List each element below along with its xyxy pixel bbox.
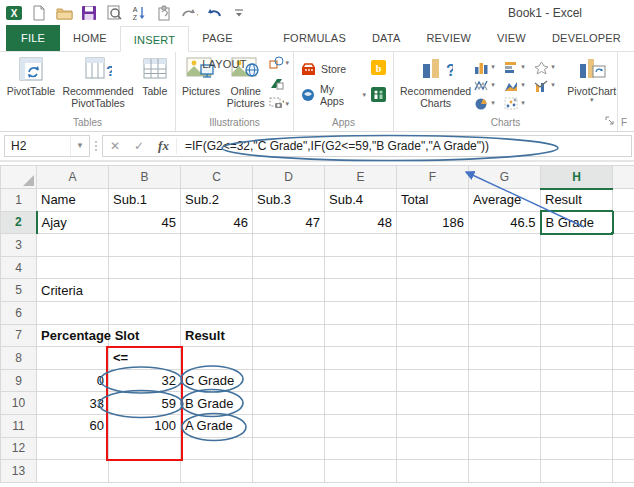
row-header-13[interactable]: 13	[1, 460, 37, 483]
cell-E6[interactable]	[325, 301, 397, 324]
cell-C8[interactable]	[181, 347, 253, 370]
cell-E12[interactable]	[325, 437, 397, 460]
cell-G7[interactable]	[469, 324, 541, 347]
cell-partial-13[interactable]	[613, 460, 634, 483]
row-header-9[interactable]: 9	[1, 369, 37, 392]
cell-A9[interactable]: 0	[37, 369, 109, 392]
cell-partial-6[interactable]	[613, 301, 634, 324]
cell-H10[interactable]	[541, 392, 613, 415]
cell-partial-8[interactable]	[613, 347, 634, 370]
cell-F10[interactable]	[397, 392, 469, 415]
cell-F5[interactable]	[397, 279, 469, 302]
smartart-button[interactable]	[269, 77, 289, 90]
cell-A13[interactable]	[37, 460, 109, 483]
column-header-C[interactable]: C	[181, 166, 253, 189]
cell-F11[interactable]	[397, 414, 469, 437]
cell-H13[interactable]	[541, 460, 613, 483]
cell-H11[interactable]	[541, 414, 613, 437]
cell-A3[interactable]	[37, 234, 109, 257]
row-header-2[interactable]: 2	[1, 211, 37, 234]
row-header-11[interactable]: 11	[1, 414, 37, 437]
tab-developer[interactable]: DEVELOPER	[539, 25, 634, 51]
cell-C11[interactable]: A Grade	[181, 414, 253, 437]
store-button[interactable]: Store	[301, 62, 346, 76]
pivotchart-button[interactable]: PivotChart ▾	[564, 54, 619, 116]
pivotchart-dropdown[interactable]: ▾	[590, 97, 594, 103]
cell-H7[interactable]	[541, 324, 613, 347]
cell-B11[interactable]: 100	[109, 414, 181, 437]
cell-G3[interactable]	[469, 234, 541, 257]
row-header-10[interactable]: 10	[1, 392, 37, 415]
cell-H2[interactable]: B Grade	[541, 211, 613, 234]
cell-D8[interactable]	[253, 347, 325, 370]
cell-C13[interactable]	[181, 460, 253, 483]
tab-home[interactable]: HOME	[60, 25, 120, 51]
open-folder-icon[interactable]	[55, 4, 73, 22]
cell-E7[interactable]	[325, 324, 397, 347]
cell-D2[interactable]: 47	[253, 211, 325, 234]
cell-D12[interactable]	[253, 437, 325, 460]
cell-D11[interactable]	[253, 414, 325, 437]
cell-D9[interactable]	[253, 369, 325, 392]
cell-H4[interactable]	[541, 256, 613, 279]
cell-B10[interactable]: 59	[109, 392, 181, 415]
cell-F3[interactable]	[397, 234, 469, 257]
cell-D6[interactable]	[253, 301, 325, 324]
column-header-E[interactable]: E	[325, 166, 397, 189]
row-header-1[interactable]: 1	[1, 189, 37, 212]
screenshot-button[interactable]: +▾	[269, 97, 289, 110]
select-all-corner[interactable]	[1, 166, 37, 189]
cell-B8[interactable]: <=	[109, 347, 181, 370]
cell-H5[interactable]	[541, 279, 613, 302]
cell-F13[interactable]	[397, 460, 469, 483]
cell-G10[interactable]	[469, 392, 541, 415]
cell-F6[interactable]	[397, 301, 469, 324]
cell-D1[interactable]: Sub.3	[253, 189, 325, 212]
cell-F8[interactable]	[397, 347, 469, 370]
cell-E5[interactable]	[325, 279, 397, 302]
cell-partial-2[interactable]	[613, 211, 634, 234]
column-header-B[interactable]: B	[109, 166, 181, 189]
cell-A5[interactable]: Criteria	[37, 279, 109, 302]
formula-input[interactable]: =IF(G2<=32,"C Grade",IF(G2<=59,"B Grade"…	[177, 139, 489, 153]
tab-page-layout[interactable]: PAGE LAYOUT	[189, 25, 270, 51]
cell-E11[interactable]	[325, 414, 397, 437]
cell-A2[interactable]: Ajay	[37, 211, 109, 234]
insert-scatter-chart-button[interactable]: ▾	[504, 97, 534, 110]
insert-line-chart-button[interactable]: ▾	[474, 79, 504, 92]
save-icon[interactable]	[80, 4, 98, 22]
cell-C6[interactable]	[181, 301, 253, 324]
cell-C9[interactable]: C Grade	[181, 369, 253, 392]
cell-G8[interactable]	[469, 347, 541, 370]
cell-C3[interactable]	[181, 234, 253, 257]
row-header-6[interactable]: 6	[1, 301, 37, 324]
cell-G4[interactable]	[469, 256, 541, 279]
cell-H1[interactable]: Result	[541, 189, 613, 212]
cell-partial-12[interactable]	[613, 437, 634, 460]
cell-C12[interactable]	[181, 437, 253, 460]
tab-view[interactable]: VIEW	[484, 25, 539, 51]
cell-E13[interactable]	[325, 460, 397, 483]
cell-F2[interactable]: 186	[397, 211, 469, 234]
insert-column-chart-button[interactable]: ▾	[474, 61, 504, 74]
table-button[interactable]: Table	[137, 54, 172, 116]
cell-F1[interactable]: Total	[397, 189, 469, 212]
row-header-5[interactable]: 5	[1, 279, 37, 302]
redo-icon[interactable]: ▾	[180, 4, 198, 22]
cell-F4[interactable]	[397, 256, 469, 279]
cell-partial-7[interactable]	[613, 324, 634, 347]
cell-C10[interactable]: B Grade	[181, 392, 253, 415]
cell-A8[interactable]	[37, 347, 109, 370]
print-preview-icon[interactable]	[105, 4, 123, 22]
cell-F12[interactable]	[397, 437, 469, 460]
cell-D3[interactable]	[253, 234, 325, 257]
cell-A7[interactable]: Percentage Slot	[37, 324, 109, 347]
row-header-7[interactable]: 7	[1, 324, 37, 347]
tab-review[interactable]: REVIEW	[413, 25, 484, 51]
insert-function-icon[interactable]: fx	[151, 138, 177, 154]
cell-B1[interactable]: Sub.1	[109, 189, 181, 212]
tab-formulas[interactable]: FORMULAS	[270, 25, 359, 51]
column-header-H[interactable]: H	[541, 166, 613, 189]
charts-dialog-launcher-icon[interactable]	[605, 115, 615, 129]
cell-E4[interactable]	[325, 256, 397, 279]
